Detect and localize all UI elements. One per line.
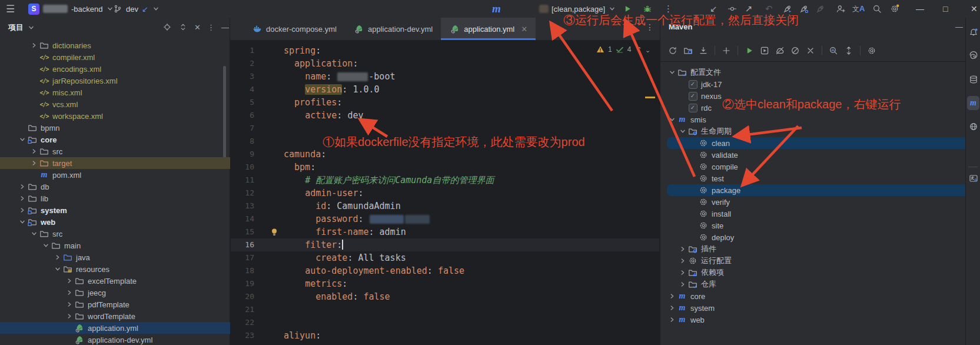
maven-item-system[interactable]: msystem	[660, 302, 972, 314]
project-item-pom.xml[interactable]: mpom.xml	[0, 169, 258, 181]
project-item-core[interactable]: core	[0, 134, 247, 145]
chevron-icon[interactable]	[17, 206, 27, 214]
offline-mode-icon[interactable]	[772, 44, 788, 58]
project-item-jarRepositories.xml[interactable]: </>jarRepositories.xml	[0, 75, 258, 87]
maven-item-web[interactable]: mweb	[660, 314, 972, 326]
project-item-db[interactable]: db	[0, 181, 247, 193]
maven-item-deploy[interactable]: deploy	[660, 231, 980, 243]
intention-bulb-icon[interactable]	[270, 227, 279, 237]
expand-collapse-icon[interactable]	[178, 22, 188, 32]
project-item-workspace.xml[interactable]: </>workspace.xml	[0, 110, 258, 122]
maven-item-compile[interactable]: compile	[660, 161, 980, 172]
skip-tests-icon[interactable]	[788, 44, 803, 58]
project-item-bpmn[interactable]: bpmn	[0, 122, 247, 134]
chevron-icon[interactable]	[64, 300, 74, 308]
project-item-encodings.xml[interactable]: </>encodings.xml	[0, 63, 258, 75]
project-item-target[interactable]: target	[0, 157, 258, 169]
project-item-vcs.xml[interactable]: </>vcs.xml	[0, 98, 258, 110]
notifications-bell-icon[interactable]	[967, 25, 979, 39]
hide-icon[interactable]: —	[221, 23, 229, 32]
refresh-icon[interactable]	[665, 44, 680, 58]
project-item-src[interactable]: src	[0, 228, 258, 240]
maven-item-依赖项[interactable]: 依赖项	[660, 267, 980, 278]
minimize-button[interactable]: —	[916, 0, 924, 18]
chevron-icon[interactable]	[64, 312, 74, 320]
maven-tool-icon[interactable]: m	[967, 96, 979, 110]
add-icon[interactable]	[719, 44, 734, 58]
chevron-icon[interactable]	[17, 183, 27, 191]
maven-item-test[interactable]: test	[660, 172, 980, 184]
project-item-system[interactable]: system	[0, 204, 247, 216]
run-icon[interactable]	[742, 44, 757, 58]
locate-icon[interactable]	[162, 22, 172, 32]
maven-item-site[interactable]: site	[660, 220, 980, 231]
main-menu-button[interactable]: ☰	[6, 0, 15, 18]
collapse-all-icon[interactable]: ✕	[194, 23, 201, 32]
maven-item-clean[interactable]: clean	[667, 137, 979, 149]
project-item-lib[interactable]: lib	[0, 193, 247, 204]
translation-icon[interactable]: A	[967, 171, 979, 185]
chevron-icon[interactable]	[667, 316, 677, 324]
profiler-disabled-button[interactable]	[816, 0, 825, 18]
chevron-icon[interactable]	[29, 230, 39, 238]
chevron-icon[interactable]	[52, 253, 62, 261]
spring-coil-icon[interactable]	[967, 49, 979, 63]
database-icon[interactable]	[967, 72, 979, 87]
chevron-icon[interactable]	[64, 277, 74, 285]
maven-item-smis[interactable]: msmis	[660, 114, 972, 125]
endpoints-globe-icon[interactable]	[967, 120, 979, 134]
chevron-icon[interactable]	[677, 245, 687, 253]
search-everywhere-button[interactable]	[872, 0, 882, 18]
maven-item-package[interactable]: package	[667, 184, 979, 196]
chevron-icon[interactable]	[29, 41, 39, 49]
project-item-dictionaries[interactable]: dictionaries	[0, 39, 258, 51]
analyze-dependencies-icon[interactable]	[826, 44, 841, 58]
hide-icon[interactable]: —	[955, 22, 963, 31]
chevron-icon[interactable]	[17, 135, 27, 144]
chevron-icon[interactable]	[17, 218, 27, 226]
settings-button[interactable]	[890, 0, 899, 18]
tab-application.yml[interactable]: application.yml✕	[441, 18, 536, 40]
maven-item-仓库[interactable]: 仓库	[660, 278, 980, 290]
translate-button[interactable]: 文A	[852, 0, 865, 18]
close-icon[interactable]	[803, 44, 818, 58]
profiler-attach-button[interactable]	[799, 0, 809, 18]
settings-icon[interactable]	[864, 44, 879, 58]
next-issue-button[interactable]: ⌃	[645, 46, 650, 54]
close-button[interactable]: ✕	[971, 0, 978, 18]
prev-issue-button[interactable]: ⌃	[636, 46, 642, 54]
maven-item-core[interactable]: mcore	[660, 290, 972, 302]
chevron-icon[interactable]	[29, 159, 39, 167]
inspection-widget[interactable]: 1 4 ⌃ ⌃	[596, 45, 650, 54]
more-icon[interactable]: ⋮	[207, 23, 215, 32]
project-panel-title[interactable]: 项目	[8, 22, 24, 33]
chevron-icon[interactable]	[677, 127, 687, 135]
tab-application-dev.yml[interactable]: application-dev.yml	[345, 18, 441, 40]
chevron-icon[interactable]	[677, 257, 687, 265]
maven-item-install[interactable]: install	[660, 208, 980, 220]
project-item-web[interactable]: web	[0, 216, 247, 228]
close-tab-icon[interactable]: ✕	[521, 25, 527, 34]
chevron-icon[interactable]	[29, 147, 39, 155]
expand-icon[interactable]	[841, 44, 856, 58]
chevron-icon[interactable]	[667, 292, 677, 300]
project-item-misc.xml[interactable]: </>misc.xml	[0, 87, 258, 98]
chevron-icon[interactable]	[677, 280, 687, 288]
chevron-icon[interactable]	[667, 115, 677, 124]
project-item-src[interactable]: src	[0, 145, 258, 157]
chevron-icon[interactable]	[667, 304, 677, 312]
chevron-icon[interactable]	[17, 194, 27, 203]
maven-item-生命周期[interactable]: 生命周期	[660, 125, 980, 137]
branch-widget[interactable]: dev ↙	[113, 0, 160, 18]
tab-docker-compose.yml[interactable]: docker-compose.yml	[243, 18, 345, 40]
chevron-icon[interactable]	[667, 68, 677, 77]
chevron-icon[interactable]	[52, 265, 62, 273]
maven-item-配置文件[interactable]: 配置文件	[660, 67, 972, 78]
maven-item-运行配置[interactable]: 运行配置	[660, 255, 980, 267]
code-with-me-button[interactable]	[836, 0, 845, 18]
reload-projects-icon[interactable]	[680, 44, 696, 58]
project-item-compiler.xml[interactable]: </>compiler.xml	[0, 51, 258, 63]
project-widget[interactable]: S -backend	[28, 0, 114, 18]
run-config-icon[interactable]	[757, 44, 772, 58]
chevron-icon[interactable]	[64, 288, 74, 297]
